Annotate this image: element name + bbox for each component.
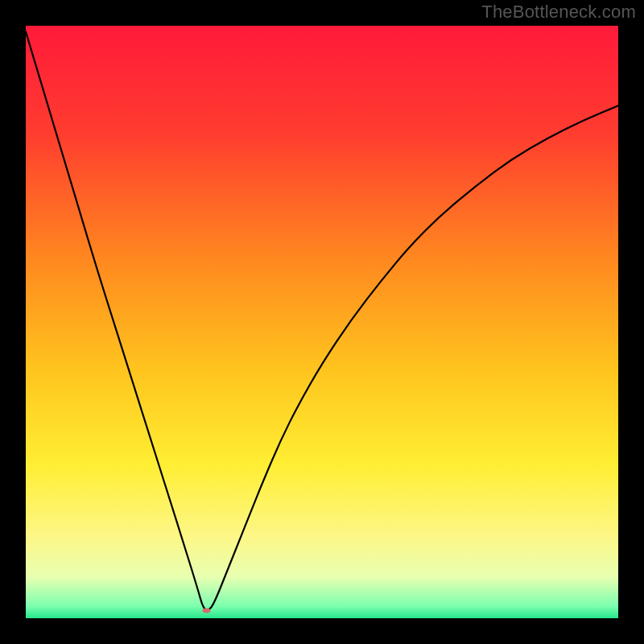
plot-svg <box>26 26 618 618</box>
plot-area <box>26 26 618 618</box>
chart-frame: TheBottleneck.com <box>0 0 644 644</box>
plot-background <box>26 26 618 618</box>
watermark-text: TheBottleneck.com <box>481 2 636 23</box>
minimum-marker <box>202 608 210 613</box>
